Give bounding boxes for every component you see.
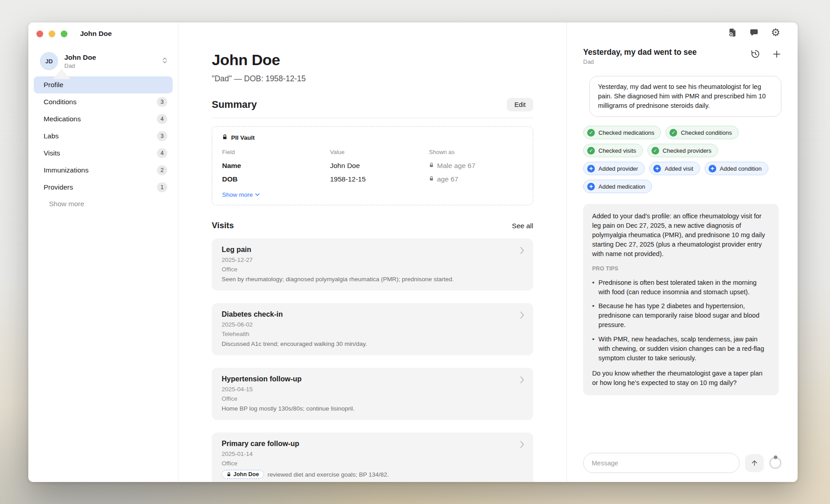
status-chip-label: Added condition <box>720 165 762 172</box>
window-titlebar: John Doe <box>28 22 178 38</box>
visit-card[interactable]: Hypertension follow-up 2025-04-15 Office… <box>212 368 533 420</box>
count-badge: 3 <box>157 131 167 141</box>
sidebar-nav-item[interactable]: Providers 1 <box>34 179 173 196</box>
count-badge: 3 <box>157 97 167 107</box>
edit-button[interactable]: Edit <box>507 98 533 111</box>
pii-row-value: 1958-12-15 <box>330 171 429 184</box>
pro-tip-item: • Because he has type 2 diabetes and hyp… <box>592 301 770 330</box>
pii-vault-table: Field Value Shown as Name John Doe Male … <box>222 149 523 184</box>
chevron-up-down-icon <box>162 57 167 66</box>
pii-row-field: DOB <box>222 171 330 184</box>
visit-card[interactable]: Leg pain 2025-12-27 Office Seen by rheum… <box>212 239 533 291</box>
visits-heading: Visits <box>212 221 234 230</box>
pii-vault-card: PII Vault Field Value Shown as Name John… <box>212 126 533 205</box>
visit-card[interactable]: Primary care follow-up 2025-01-14 Office… <box>212 433 533 482</box>
status-chip[interactable]: Checked conditions <box>665 126 738 139</box>
visit-note: Home BP log mostly 130s/80s; continue li… <box>222 405 523 412</box>
pii-row-shown-as: age 67 <box>429 171 523 184</box>
window-title: John Doe <box>80 30 112 38</box>
close-window-button[interactable] <box>36 31 43 37</box>
status-chip-label: Checked conditions <box>681 129 732 136</box>
sidebar-nav-item-label: Visits <box>44 149 60 157</box>
count-badge: 4 <box>157 148 167 158</box>
pii-vault-title: PII Vault <box>231 134 255 141</box>
main-content: John Doe "Dad" — DOB: 1958-12-15 Summary… <box>178 22 567 482</box>
status-chip[interactable]: Checked visits <box>583 144 643 157</box>
sidebar-nav-item[interactable]: Visits 4 <box>34 145 173 162</box>
status-chip[interactable]: Checked medications <box>583 126 661 139</box>
pro-tip-text: Because he has type 2 diabetes and hyper… <box>598 301 770 330</box>
visit-date: 2025-01-14 <box>222 451 523 457</box>
visit-type: Telehealth <box>222 331 523 337</box>
sidebar-nav-item[interactable]: Conditions 3 <box>34 93 173 111</box>
status-chip[interactable]: Checked providers <box>647 144 718 157</box>
zoom-window-button[interactable] <box>61 31 67 37</box>
chat-panel: ⚙ Yesterday, my dad went to see Dad Yest… <box>567 22 798 482</box>
pii-chip-label: John Doe <box>233 471 259 477</box>
pii-row-field: Name <box>222 157 330 171</box>
sidebar-nav-item[interactable]: Immunizations 2 <box>34 162 173 179</box>
visits-see-all-link[interactable]: See all <box>512 222 533 230</box>
visit-date: 2025-12-27 <box>222 256 523 263</box>
profile-selector[interactable]: JD John Doe Dad <box>40 52 170 70</box>
loading-spinner-icon <box>769 457 781 469</box>
chat-bubble-icon[interactable] <box>749 27 759 37</box>
chip-status-icon <box>653 165 661 172</box>
chevron-right-icon <box>520 247 524 256</box>
chevron-right-icon <box>520 311 524 321</box>
bullet: • <box>592 335 594 363</box>
sidebar-nav-item[interactable]: Labs 3 <box>34 128 173 145</box>
pii-show-more-link[interactable]: Show more <box>222 191 260 198</box>
visit-date: 2025-06-02 <box>222 321 523 328</box>
visit-type: Office <box>222 395 523 402</box>
visit-title: Diabetes check-in <box>222 310 523 318</box>
assistant-intro: Added to your dad’s profile: an office r… <box>592 212 770 258</box>
minimize-window-button[interactable] <box>49 31 55 37</box>
settings-gear-icon[interactable]: ⚙ <box>771 27 781 37</box>
pii-row-shown-as: Male age 67 <box>429 157 523 171</box>
chip-status-icon <box>709 165 716 172</box>
profile-selector-role: Dad <box>64 62 96 69</box>
send-button[interactable] <box>745 454 764 472</box>
profile-selector-name: John Doe <box>64 53 96 62</box>
pro-tip-item: • Prednisone is often best tolerated tak… <box>592 278 770 297</box>
popover-arrow <box>53 69 70 79</box>
chat-toolbar: ⚙ <box>727 27 781 37</box>
divider <box>212 118 533 118</box>
count-badge: 2 <box>157 165 167 175</box>
history-icon[interactable] <box>750 49 760 61</box>
add-document-icon[interactable] <box>727 27 737 37</box>
lock-icon <box>227 472 231 477</box>
visit-note: Discussed A1c trend; encouraged walking … <box>222 340 523 347</box>
visit-date: 2025-04-15 <box>222 386 523 393</box>
visit-note-text: Seen by rheumatology; diagnosed polymyal… <box>222 276 454 283</box>
status-chip-label: Checked visits <box>598 147 636 154</box>
page-title: John Doe <box>212 51 533 69</box>
pii-show-more-label: Show more <box>222 191 253 198</box>
chip-status-icon <box>587 165 595 172</box>
sidebar-nav-item-label: Providers <box>44 183 73 191</box>
chevron-right-icon <box>520 376 524 385</box>
sidebar-nav-item-label: Immunizations <box>44 166 89 174</box>
pii-redaction-chip[interactable]: John Doe <box>222 470 264 479</box>
status-chip[interactable]: Added visit <box>649 162 700 175</box>
assistant-question: Do you know whether the rheumatologist g… <box>592 369 770 388</box>
pii-column-shown-as: Shown as <box>429 149 523 157</box>
chip-status-icon <box>587 183 595 190</box>
page-subtitle: "Dad" — DOB: 1958-12-15 <box>212 74 533 84</box>
sidebar-nav-item-label: Medications <box>44 115 81 123</box>
visit-card[interactable]: Diabetes check-in 2025-06-02 Telehealth … <box>212 303 533 355</box>
chevron-down-icon <box>255 193 260 196</box>
visit-note-text: Discussed A1c trend; encouraged walking … <box>222 340 367 347</box>
sidebar-nav-item[interactable]: Medications 4 <box>34 111 173 128</box>
pro-tip-item: • With PMR, new headaches, scalp tendern… <box>592 335 770 363</box>
profile-selector-meta: John Doe Dad <box>64 53 96 69</box>
summary-heading: Summary <box>212 99 257 111</box>
message-input[interactable] <box>583 453 740 473</box>
status-chip[interactable]: Added condition <box>705 162 768 175</box>
visit-title: Primary care follow-up <box>222 440 523 448</box>
status-chip[interactable]: Added medication <box>583 180 652 193</box>
status-chip[interactable]: Added provider <box>583 162 645 175</box>
new-chat-plus-icon[interactable] <box>772 49 781 61</box>
sidebar-show-more[interactable]: Show more <box>49 200 173 208</box>
